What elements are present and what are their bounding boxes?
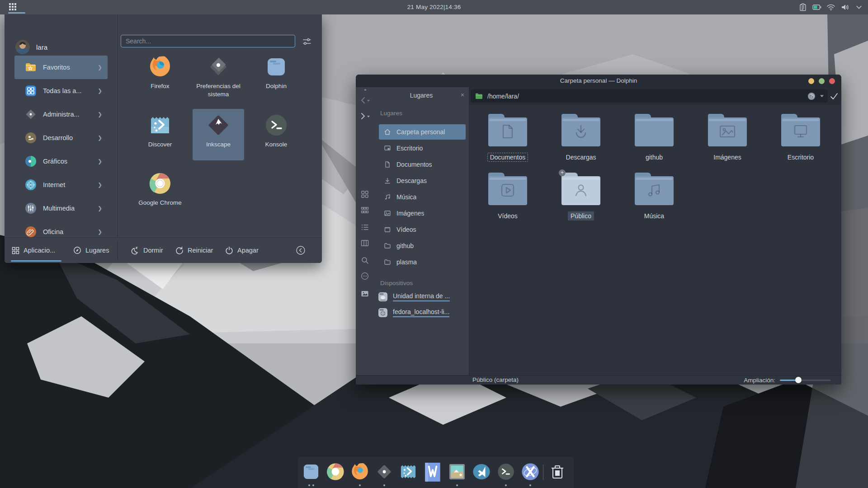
details-view-icon[interactable] [361,223,369,231]
place-github[interactable]: github [379,238,466,253]
app-inkscape[interactable]: Inkscape [193,109,244,160]
accept-location-icon[interactable] [829,91,840,102]
close-panel-icon[interactable]: × [461,87,464,103]
place-musica[interactable]: Música [379,189,466,205]
app-konsole[interactable]: Konsole [250,109,302,160]
dock-image-viewer[interactable] [447,461,467,482]
running-indicator [359,484,361,486]
category-desarrollo[interactable]: Desarrollo ❯ [5,126,118,150]
graphics-icon [25,155,37,167]
category-favoritos[interactable]: Favoritos ❯ [5,56,118,79]
folder-publico[interactable]: + Público [547,173,615,221]
panel-drag-handle[interactable] [364,89,366,91]
place-imagenes[interactable]: Imágenes [379,206,466,221]
folder-imagenes[interactable]: Imágenes [693,114,761,162]
tab-lugares[interactable]: Lugares [73,238,109,263]
restart-button[interactable]: Reiniciar [175,238,213,263]
location-dropdown-icon[interactable] [820,94,824,98]
shutdown-button[interactable]: Apagar [225,238,259,263]
desktop: 21 May 2022|14:36 [0,0,868,488]
category-graficos[interactable]: Gráficos ❯ [5,150,118,173]
hard-drive-icon [377,291,388,302]
search-input[interactable] [121,35,295,47]
wifi-icon[interactable] [826,3,835,12]
digital-clock[interactable]: 21 May 2022|14:36 [0,0,868,14]
forward-button[interactable] [359,112,368,120]
app-dolphin[interactable]: Dolphin [250,51,302,102]
hard-drive-icon [377,307,388,318]
tab-aplicaciones[interactable]: Aplicacio... [12,238,55,263]
configure-launcher-icon[interactable] [302,37,312,46]
place-descargas[interactable]: Descargas [379,173,466,188]
dolphin-titlebar[interactable]: Carpeta personal — Dolphin [356,75,841,87]
dock-x11-app[interactable] [520,461,541,482]
more-options-icon[interactable] [361,272,369,280]
place-carpeta-personal[interactable]: Carpeta personal [379,124,466,140]
folder-documentos[interactable]: Documentos [474,114,542,162]
volume-icon[interactable] [840,3,849,12]
compact-view-icon[interactable] [361,206,369,214]
dock-google-chrome[interactable] [325,461,346,482]
dock-dolphin[interactable] [301,461,321,482]
zoom-slider-thumb[interactable] [795,377,802,383]
folder-descargas[interactable]: Descargas [547,114,615,162]
home-icon [384,128,391,136]
preview-icon[interactable] [361,290,369,298]
location-bar[interactable]: /home/lara/ [471,89,828,103]
app-firefox[interactable]: Firefox [134,51,186,102]
category-internet[interactable]: Internet ❯ [5,173,118,197]
free-space-icon[interactable] [807,92,816,100]
window-controls [808,78,835,84]
category-multimedia[interactable]: Multimedia ❯ [5,197,118,220]
app-preferencias-del-sistema[interactable]: Preferencias del sistema [193,51,244,102]
dock [297,456,574,488]
dock-firefox[interactable] [349,461,370,482]
all-apps-grid-icon [25,85,37,97]
search-icon[interactable] [361,256,369,264]
folder-github[interactable]: github [620,114,688,162]
app-google-chrome[interactable]: Google Chrome [134,167,186,219]
dock-discover[interactable] [398,461,419,482]
apps-grid-icon [12,247,19,254]
folder-videos[interactable]: Vídeos [474,173,542,221]
sleep-button[interactable]: Dormir [130,238,163,263]
folder-icon [384,242,391,249]
app-discover[interactable]: Discover [134,109,186,160]
collapse-launcher-button[interactable] [296,238,306,263]
folder-musica[interactable]: Música [620,173,688,221]
power-icon [225,246,233,254]
icons-view-icon[interactable] [361,190,369,198]
minimize-button[interactable] [808,78,814,84]
category-administracion[interactable]: Administra... ❯ [5,103,118,126]
category-todas-las-aplicaciones[interactable]: Todas las a... ❯ [5,79,118,103]
expand-tray-icon[interactable] [854,3,863,12]
place-documentos[interactable]: Documentos [379,157,466,172]
close-button[interactable] [829,78,835,84]
clipboard-icon[interactable] [798,3,807,12]
zoom-slider[interactable] [780,380,830,381]
place-plasma[interactable]: plasma [379,254,466,270]
split-view-icon[interactable] [361,239,369,247]
maximize-button[interactable] [819,78,825,84]
back-button[interactable] [359,96,368,104]
firefox-icon [148,55,172,79]
dock-writer[interactable] [422,461,443,482]
select-toggle-badge[interactable]: + [559,169,566,176]
dock-konsole[interactable] [495,461,516,482]
place-videos[interactable]: Vídeos [379,222,466,237]
dock-trash[interactable] [547,461,568,482]
user-avatar[interactable] [15,40,30,54]
dock-vscodium[interactable] [471,461,492,482]
battery-icon[interactable] [812,3,821,12]
top-panel: 21 May 2022|14:36 [0,0,868,14]
folder-escritorio[interactable]: Escritorio [767,114,835,162]
place-escritorio[interactable]: Escritorio [379,141,466,156]
konsole-icon [264,113,288,137]
device-fedora-localhost[interactable]: fedora_localhost-li... [377,307,449,318]
dock-system-settings[interactable] [374,461,395,482]
device-unidad-interna[interactable]: Unidad interna de ... [377,291,450,302]
running-indicator [505,484,507,486]
running-indicator [383,484,385,486]
image-glyph-icon [718,123,737,140]
folder-view[interactable]: Documentos Descargas github [469,105,841,375]
